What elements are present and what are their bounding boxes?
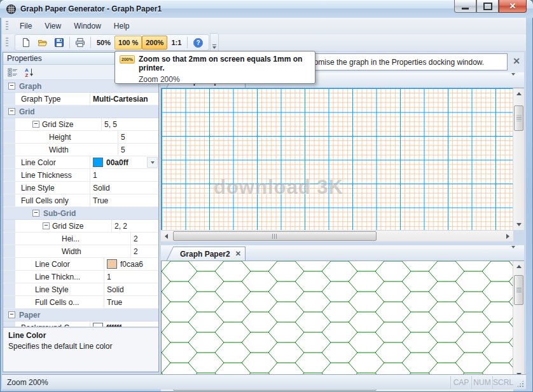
resize-grip[interactable] xyxy=(516,380,524,388)
categorized-view-button[interactable] xyxy=(6,65,20,79)
property-row-background-c[interactable]: Background C...ffffff xyxy=(3,321,158,327)
status-zoom-label: Zoom 200% xyxy=(2,378,48,387)
property-row-width[interactable]: Width2 xyxy=(3,245,158,258)
property-value[interactable]: 5 xyxy=(121,145,125,154)
property-row-line-style[interactable]: Line StyleSolid xyxy=(3,182,158,194)
num-lock-indicator: NUM xyxy=(471,376,492,389)
pane1-hscroll-thumb[interactable] xyxy=(173,231,377,241)
property-row-full-cells-only[interactable]: Full Cells onlyTrue xyxy=(3,194,158,207)
menu-help[interactable]: Help xyxy=(107,19,136,33)
dropdown-chevron-icon[interactable] xyxy=(147,157,158,168)
property-category-paper[interactable]: Paper xyxy=(3,309,158,321)
property-row-line-thickn[interactable]: Line Thickn...1 xyxy=(3,271,158,283)
property-value[interactable]: True xyxy=(107,298,122,307)
property-name: Line Thickness xyxy=(21,171,72,180)
property-value[interactable]: 2 xyxy=(134,247,138,256)
pane1-horizontal-scrollbar[interactable] xyxy=(161,230,513,241)
menu-window[interactable]: Window xyxy=(67,19,107,33)
property-value[interactable]: 2 xyxy=(134,234,138,243)
property-row-width[interactable]: Width5 xyxy=(3,144,158,156)
property-row-height[interactable]: Height5 xyxy=(3,131,158,144)
zoom-50-button[interactable]: 50% xyxy=(93,36,114,50)
toolbar-grip[interactable] xyxy=(6,37,8,48)
pane1-vscroll-thumb[interactable] xyxy=(514,105,523,131)
property-row-full-cells-o[interactable]: Full Cells o...True xyxy=(3,296,158,309)
zoom-100-button[interactable]: 100 % xyxy=(114,36,142,50)
collapse-icon[interactable] xyxy=(32,210,39,217)
menu-view[interactable]: View xyxy=(38,19,67,33)
property-row-hei[interactable]: Hei...2 xyxy=(3,233,158,245)
properties-panel: Properties A Z Gr xyxy=(3,52,159,372)
property-value[interactable]: True xyxy=(93,196,108,205)
property-name: Line Style xyxy=(21,184,55,193)
app-icon xyxy=(6,4,17,15)
cartesian-graph-paper[interactable]: download 3K xyxy=(162,88,513,230)
sort-alphabetical-button[interactable]: A Z xyxy=(22,65,36,79)
outline-gutter xyxy=(3,182,15,194)
collapse-icon[interactable] xyxy=(8,83,15,90)
help-button[interactable]: ? xyxy=(190,35,206,50)
property-row-line-color[interactable]: Line Colorf0caa6 xyxy=(3,258,158,271)
properties-title: Properties xyxy=(7,54,42,63)
zoom-actual-button[interactable]: 1:1 xyxy=(167,36,185,50)
property-value[interactable]: f0caa6 xyxy=(120,260,143,269)
scroll-right-icon[interactable] xyxy=(502,231,513,241)
property-value[interactable]: 00a0ff xyxy=(106,158,128,167)
pane1-body: download 3K xyxy=(161,88,524,230)
property-row-grid-size[interactable]: Grid Size5, 5 xyxy=(3,118,158,131)
message-close-button[interactable]: ✕ xyxy=(510,55,523,67)
save-button[interactable] xyxy=(51,35,67,50)
pane1-files-chevron[interactable] xyxy=(511,76,515,84)
tooltip-title: Zoom 200% xyxy=(139,75,310,84)
pane2-files-chevron[interactable] xyxy=(511,248,515,257)
property-value[interactable]: Multi-Cartesian xyxy=(93,95,148,104)
tab-label: Graph Paper2 xyxy=(180,250,230,259)
description-title: Line Color xyxy=(8,331,153,340)
property-value[interactable]: Solid xyxy=(93,184,110,193)
scroll-left-icon[interactable] xyxy=(161,231,172,241)
pane2-vertical-scrollbar[interactable] xyxy=(513,261,524,380)
new-document-button[interactable] xyxy=(18,35,34,50)
scroll-up-icon[interactable] xyxy=(513,261,524,272)
property-row-graph-type[interactable]: Graph TypeMulti-Cartesian xyxy=(3,93,158,105)
collapse-icon[interactable] xyxy=(8,311,15,318)
tab-close-icon[interactable]: ✕ xyxy=(235,250,241,258)
minimize-button[interactable] xyxy=(454,0,476,13)
property-row-line-thickness[interactable]: Line Thickness1 xyxy=(3,169,158,182)
collapse-icon[interactable] xyxy=(8,108,15,115)
tab-graph-paper2[interactable]: Graph Paper2 ✕ xyxy=(176,247,246,260)
collapse-icon[interactable] xyxy=(43,222,50,229)
property-value[interactable]: 5, 5 xyxy=(104,120,117,129)
menu-grip[interactable] xyxy=(6,21,8,31)
scroll-down-icon[interactable] xyxy=(513,219,524,230)
close-button[interactable]: ✕ xyxy=(499,0,527,13)
property-value[interactable]: ffffff xyxy=(106,323,121,327)
collapse-icon[interactable] xyxy=(32,121,39,128)
scroll-up-icon[interactable] xyxy=(513,88,524,99)
property-row-line-style[interactable]: Line StyleSolid xyxy=(3,283,158,296)
outline-gutter xyxy=(3,93,15,105)
toolbar-overflow-button[interactable] xyxy=(210,33,219,52)
zoom-200-button[interactable]: 200% xyxy=(142,36,167,50)
minimize-icon xyxy=(462,8,469,10)
hexagonal-graph-paper[interactable] xyxy=(162,261,513,380)
property-value[interactable]: 1 xyxy=(93,171,97,180)
maximize-button[interactable] xyxy=(476,0,499,13)
print-button[interactable] xyxy=(72,35,88,50)
property-category-grid[interactable]: Grid xyxy=(3,105,158,118)
pane1-vertical-scrollbar[interactable] xyxy=(513,88,524,230)
property-value[interactable]: 2, 2 xyxy=(114,222,127,231)
outline-gutter xyxy=(3,233,15,245)
pane2-vscroll-thumb[interactable] xyxy=(514,275,523,305)
category-label: Graph xyxy=(19,82,41,91)
window-title: Graph Paper Generator - Graph Paper1 xyxy=(20,4,162,13)
property-category-sub-grid[interactable]: Sub-Grid xyxy=(3,207,158,220)
property-value[interactable]: Solid xyxy=(107,285,124,294)
property-row-line-color[interactable]: Line Color00a0ff xyxy=(3,156,158,169)
open-file-button[interactable] xyxy=(34,35,51,50)
property-value[interactable]: 1 xyxy=(107,273,111,281)
property-value[interactable]: 5 xyxy=(121,133,125,142)
svg-text:?: ? xyxy=(196,39,200,46)
property-row-grid-size[interactable]: Grid Size2, 2 xyxy=(3,220,158,233)
menu-file[interactable]: File xyxy=(13,19,38,33)
